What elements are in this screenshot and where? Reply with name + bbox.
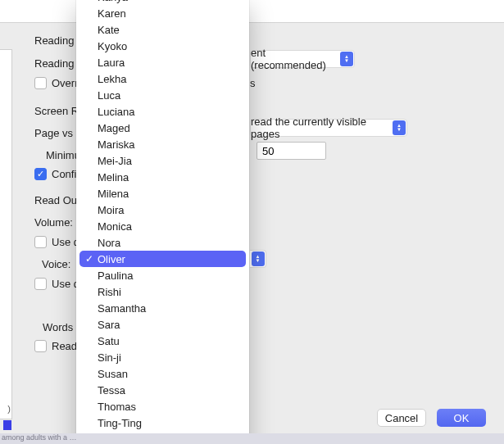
voice-option-label: Luciana	[98, 106, 135, 118]
voice-option[interactable]: Monica	[76, 218, 249, 234]
voice-option-label: Milena	[98, 188, 129, 200]
confirm-label: Confi	[52, 168, 76, 180]
use-default-voice-checkbox[interactable]	[34, 278, 47, 290]
minimum-pages-field[interactable]	[257, 142, 326, 160]
voice-option[interactable]: Tessa	[76, 382, 249, 398]
voice-option-label: Mei-Jia	[98, 155, 132, 167]
use-default-voice-label: Use d	[52, 278, 79, 290]
label-minimum: Minimu	[46, 149, 80, 161]
voice-option-label: Sara	[98, 319, 120, 331]
voice-option-label: Mariska	[98, 138, 135, 151]
voice-option[interactable]: Thomas	[76, 398, 249, 415]
voice-option[interactable]: Susan	[76, 365, 249, 382]
confirm-checkbox[interactable]: ✓	[34, 168, 47, 180]
ok-button[interactable]: OK	[437, 409, 486, 427]
voice-option-label: Melina	[98, 171, 129, 183]
voice-option[interactable]: Milena	[76, 185, 249, 202]
voice-option-label: Paulina	[98, 270, 133, 282]
voice-option[interactable]: Karen	[76, 5, 249, 21]
read-form-fields-checkbox[interactable]	[34, 340, 47, 352]
voice-dropdown-menu[interactable]: KanyaKarenKateKyokoLauraLekhaLucaLuciana…	[76, 0, 249, 444]
sidebar-edge-label: )	[7, 404, 11, 414]
page-vs-value: read the currently visible pages	[251, 116, 388, 140]
voice-option[interactable]: Melina	[76, 169, 249, 185]
updown-icon	[252, 251, 265, 266]
ok-button-label: OK	[454, 412, 470, 424]
check-icon: ✓	[85, 253, 93, 265]
voice-option[interactable]: Moira	[76, 202, 249, 218]
voice-option-label: Samantha	[98, 302, 146, 315]
voice-option[interactable]: Luciana	[76, 103, 249, 120]
voice-option[interactable]: Satu	[76, 333, 249, 349]
background-window-strip: among adults with a …	[0, 433, 504, 444]
voice-option[interactable]: Lekha	[76, 70, 249, 87]
section-reading-order: Reading	[34, 34, 74, 47]
voice-option-label: Luca	[98, 89, 120, 102]
use-default-volume-label: Use d	[52, 236, 79, 248]
voice-option[interactable]: Luca	[76, 87, 249, 103]
label-voice: Voice:	[42, 258, 70, 270]
cancel-button-label: Cancel	[385, 412, 418, 424]
voice-option[interactable]: Sin-ji	[76, 349, 249, 365]
updown-icon	[393, 120, 406, 135]
voice-option-label: Nora	[98, 237, 120, 249]
label-words-per-min: Words	[43, 321, 73, 333]
reading-order-popup[interactable]: ent (recommended)	[250, 50, 355, 68]
voice-option[interactable]: Ting-Ting	[76, 415, 249, 431]
voice-option[interactable]: Kyoko	[76, 38, 249, 54]
voice-option-label: Tessa	[98, 384, 125, 396]
voice-option-label: Rishi	[98, 286, 121, 298]
voice-option-label: Ting-Ting	[98, 417, 142, 429]
voice-option[interactable]: ✓Oliver	[79, 251, 246, 267]
voice-option-label: Moira	[98, 204, 125, 216]
preferences-panel: ) Reading Reading ent (recommended) s Ov…	[12, 23, 504, 444]
override-checkbox[interactable]	[34, 77, 47, 89]
label-page-vs: Page vs	[34, 127, 73, 139]
label-reading-order: Reading	[34, 57, 74, 70]
voice-option[interactable]: Rishi	[76, 283, 249, 300]
use-default-volume-checkbox[interactable]	[34, 236, 47, 248]
voice-option-label: Kate	[98, 24, 120, 36]
voice-option[interactable]: Kate	[76, 21, 249, 38]
voice-option-label: Oliver	[98, 253, 125, 265]
voice-option[interactable]: Mariska	[76, 136, 249, 152]
label-volume: Volume:	[34, 216, 73, 229]
voice-option[interactable]: Mei-Jia	[76, 152, 249, 169]
voice-option-label: Laura	[98, 57, 125, 69]
page-vs-popup[interactable]: read the currently visible pages	[250, 119, 407, 137]
voice-option-label: Thomas	[98, 401, 136, 413]
voice-option-label: Susan	[98, 368, 128, 380]
voice-option-label: Kyoko	[98, 40, 127, 52]
reading-order-line2: s	[250, 77, 256, 89]
voice-option[interactable]: Paulina	[76, 267, 249, 283]
read-form-fields-label: Read	[52, 340, 77, 352]
reading-order-value: ent (recommended)	[251, 47, 336, 71]
section-screen-reader: Screen R	[34, 105, 79, 117]
voice-popup[interactable]	[250, 250, 266, 268]
voice-option[interactable]: Sara	[76, 316, 249, 333]
sidebar-edge: )	[0, 49, 12, 419]
voice-option[interactable]: Nora	[76, 234, 249, 251]
updown-icon	[340, 52, 353, 66]
voice-option-label: Lekha	[98, 73, 126, 85]
voice-option-label: Satu	[98, 335, 120, 347]
voice-option-label: Sin-ji	[98, 351, 121, 364]
voice-option[interactable]: Laura	[76, 54, 249, 70]
voice-option[interactable]: Samantha	[76, 300, 249, 316]
section-read-out-loud: Read Out	[34, 194, 80, 206]
voice-option[interactable]: Maged	[76, 120, 249, 136]
voice-option-label: Maged	[98, 122, 130, 134]
voice-option-label: Monica	[98, 220, 132, 233]
voice-option-label: Karen	[98, 7, 126, 20]
sidebar-selection-indicator	[3, 420, 11, 430]
cancel-button[interactable]: Cancel	[377, 409, 426, 427]
